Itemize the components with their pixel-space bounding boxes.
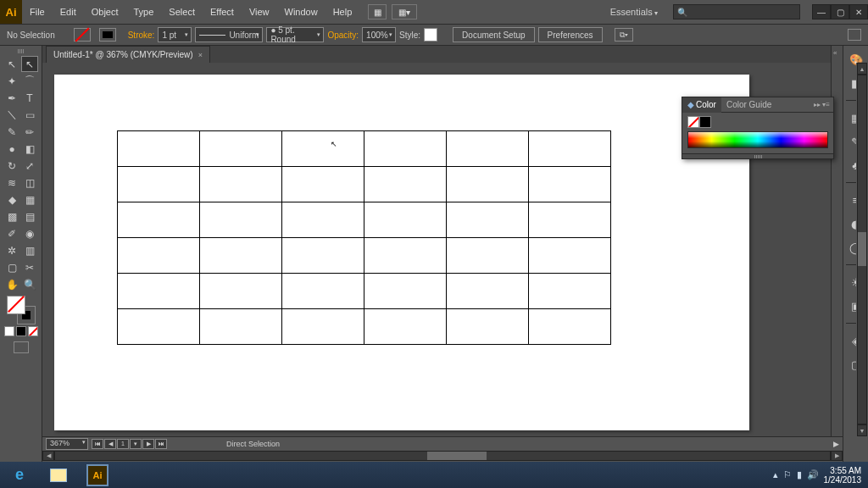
network-icon[interactable]: ▮ [797, 469, 802, 480]
shape-builder-tool-icon[interactable]: ◆ [3, 191, 20, 208]
h-scroll-thumb[interactable] [427, 452, 487, 460]
action-center-icon[interactable]: ⚐ [783, 469, 792, 480]
color-panel-header[interactable]: ◆Color Color Guide ▸▸ ▾≡ [682, 97, 833, 113]
color-guide-tab[interactable]: Color Guide [721, 97, 776, 113]
menu-view[interactable]: View [242, 0, 277, 24]
arrange-documents-icon[interactable]: ▦▾ [392, 4, 417, 19]
fill-swatch[interactable] [74, 28, 91, 42]
width-tool-icon[interactable]: ≋ [3, 175, 20, 191]
scroll-right-icon[interactable]: ▶ [831, 451, 843, 461]
drawn-grid[interactable] [117, 130, 611, 345]
symbol-sprayer-tool-icon[interactable]: ✲ [3, 242, 20, 258]
help-search-input[interactable]: 🔍 [673, 4, 800, 19]
prev-artboard-icon[interactable]: ◀ [104, 439, 116, 449]
h-scroll-track[interactable] [54, 451, 831, 461]
selection-tool-icon[interactable]: ↖ [3, 56, 20, 72]
zoom-tool-icon[interactable]: 🔍 [21, 276, 38, 292]
menu-window[interactable]: Window [277, 0, 326, 24]
fill-stroke-indicator[interactable] [7, 296, 36, 324]
taskbar-illustrator[interactable]: Ai [78, 462, 117, 488]
mesh-tool-icon[interactable]: ▩ [3, 208, 20, 225]
menu-help[interactable]: Help [326, 0, 360, 24]
opacity-label[interactable]: Opacity: [327, 30, 359, 40]
last-artboard-icon[interactable]: ⏭ [155, 439, 167, 449]
gradient-tool-icon[interactable]: ▤ [21, 208, 38, 225]
v-scroll-track[interactable] [857, 75, 867, 424]
stroke-swatch[interactable] [99, 28, 116, 42]
paintbrush-tool-icon[interactable]: ✎ [3, 124, 20, 140]
collapse-panel-icon[interactable]: ▸▸ ▾≡ [810, 101, 833, 108]
blob-brush-tool-icon[interactable]: ● [3, 141, 20, 157]
scale-tool-icon[interactable]: ⤢ [21, 158, 38, 174]
graphic-style-dropdown[interactable] [424, 28, 437, 42]
minimize-button[interactable]: — [812, 4, 831, 19]
fill-box[interactable] [7, 296, 25, 314]
vertical-scrollbar[interactable]: ▲ ▼ [856, 63, 868, 436]
column-graph-tool-icon[interactable]: ▥ [21, 242, 38, 258]
v-scroll-thumb[interactable] [858, 232, 866, 266]
stroke-label[interactable]: Stroke: [128, 30, 155, 40]
taskbar-ie[interactable]: e [0, 462, 39, 488]
horizontal-scrollbar[interactable]: ◀ ▶ [42, 450, 843, 462]
menu-type[interactable]: Type [126, 0, 162, 24]
menu-object[interactable]: Object [84, 0, 126, 24]
bridge-icon[interactable]: ▦ [368, 4, 387, 19]
scroll-down-icon[interactable]: ▼ [857, 424, 867, 436]
volume-icon[interactable]: 🔊 [807, 469, 819, 480]
eraser-tool-icon[interactable]: ◧ [21, 141, 38, 157]
menu-file[interactable]: File [22, 0, 53, 24]
color-mode-gradient-icon[interactable] [16, 326, 26, 336]
panel-resize-grip[interactable] [682, 153, 833, 158]
pen-tool-icon[interactable]: ✒ [3, 90, 20, 106]
panel-gripper[interactable] [8, 49, 34, 54]
eyedropper-tool-icon[interactable]: ✐ [3, 225, 20, 241]
scroll-left-icon[interactable]: ◀ [42, 451, 54, 461]
expand-strip-icon[interactable]: « [833, 49, 837, 57]
zoom-dropdown[interactable]: 367% [46, 438, 88, 450]
menu-effect[interactable]: Effect [203, 0, 242, 24]
control-panel-menu-icon[interactable] [848, 29, 861, 41]
document-setup-button[interactable]: Document Setup [453, 27, 535, 42]
line-segment-tool-icon[interactable]: ＼ [3, 107, 20, 123]
maximize-button[interactable]: ▢ [831, 4, 849, 19]
artboard-number-dropdown-icon[interactable]: ▾ [130, 439, 142, 449]
screen-mode-icon[interactable] [14, 341, 29, 353]
taskbar-clock[interactable]: 3:55 AM 1/24/2013 [824, 466, 862, 485]
variable-width-profile-dropdown[interactable]: Uniform [195, 27, 263, 42]
rectangle-tool-icon[interactable]: ▭ [21, 107, 38, 123]
first-artboard-icon[interactable]: ⏮ [92, 439, 103, 449]
pencil-tool-icon[interactable]: ✏ [21, 124, 38, 140]
close-button[interactable]: ✕ [849, 4, 868, 19]
menu-edit[interactable]: Edit [53, 0, 84, 24]
scroll-up-icon[interactable]: ▲ [857, 63, 867, 75]
free-transform-tool-icon[interactable]: ◫ [21, 175, 38, 191]
brush-definition-dropdown[interactable]: ● 5 pt. Round [266, 27, 324, 42]
lasso-tool-icon[interactable]: ⌒ [21, 73, 38, 89]
stroke-weight-dropdown[interactable]: 1 pt [158, 27, 192, 42]
show-hidden-icons-icon[interactable]: ▴ [773, 469, 778, 480]
preferences-button[interactable]: Preferences [538, 27, 603, 42]
rotate-tool-icon[interactable]: ↻ [3, 158, 20, 174]
slice-tool-icon[interactable]: ✂ [21, 259, 38, 275]
close-tab-icon[interactable]: × [198, 51, 203, 59]
artboard-tool-icon[interactable]: ▢ [3, 259, 20, 275]
color-mode-none-icon[interactable] [28, 326, 38, 336]
color-panel[interactable]: ◆Color Color Guide ▸▸ ▾≡ [682, 97, 834, 159]
color-tab[interactable]: ◆Color [682, 97, 721, 113]
magic-wand-tool-icon[interactable]: ✦ [3, 73, 20, 89]
perspective-grid-tool-icon[interactable]: ▦ [21, 191, 38, 208]
document-tab[interactable]: Untitled-1* @ 367% (CMYK/Preview) × [46, 46, 210, 63]
align-to-dropdown[interactable]: ⧉▾ [615, 28, 633, 42]
type-tool-icon[interactable]: T [21, 90, 38, 106]
menu-select[interactable]: Select [161, 0, 203, 24]
direct-selection-tool-icon[interactable]: ↖ [21, 56, 38, 72]
workspace-switcher[interactable]: Essentials [604, 7, 665, 17]
blend-tool-icon[interactable]: ◉ [21, 225, 38, 241]
artboard-number[interactable]: 1 [117, 439, 129, 449]
opacity-dropdown[interactable]: 100% [362, 27, 396, 42]
panel-fill-stroke[interactable] [687, 116, 828, 128]
color-spectrum[interactable] [687, 131, 828, 148]
hand-tool-icon[interactable]: ✋ [3, 276, 20, 292]
artboard[interactable]: ↖ [54, 75, 749, 430]
color-mode-color-icon[interactable] [4, 326, 14, 336]
